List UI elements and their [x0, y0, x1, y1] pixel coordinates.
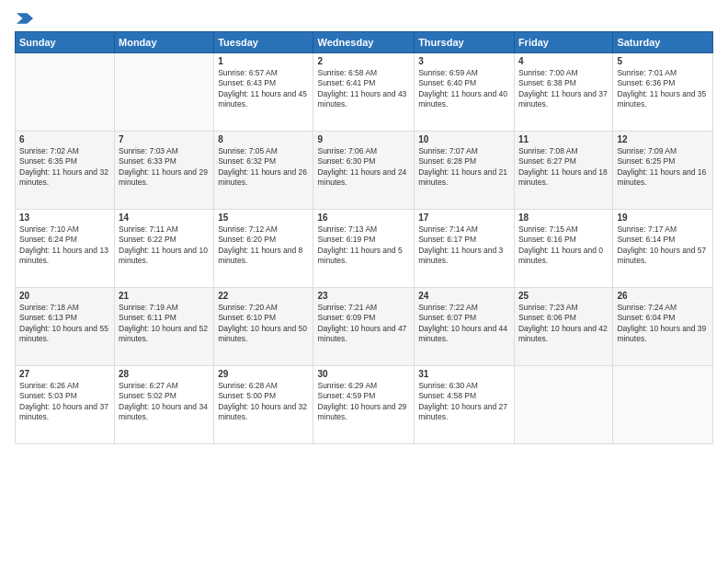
day-cell: 13Sunrise: 7:10 AMSunset: 6:24 PMDayligh…: [16, 210, 115, 288]
day-info: Sunrise: 7:07 AM: [418, 146, 510, 156]
day-info: Sunset: 4:58 PM: [418, 391, 510, 401]
day-number: 18: [518, 213, 609, 223]
day-info: Daylight: 11 hours and 35 minutes.: [617, 89, 709, 110]
col-header-tuesday: Tuesday: [214, 32, 313, 53]
day-info: Sunrise: 7:17 AM: [617, 224, 709, 235]
day-info: Sunrise: 7:06 AM: [317, 146, 410, 156]
day-info: Sunrise: 7:20 AM: [218, 303, 309, 313]
day-info: Daylight: 11 hours and 26 minutes.: [218, 167, 309, 189]
day-cell: 18Sunrise: 7:15 AMSunset: 6:16 PMDayligh…: [514, 210, 612, 288]
day-info: Sunrise: 7:23 AM: [518, 303, 609, 313]
day-info: Sunrise: 7:03 AM: [119, 146, 210, 156]
day-info: Sunset: 6:41 PM: [317, 78, 410, 88]
day-info: Daylight: 10 hours and 39 minutes.: [617, 324, 709, 345]
day-info: Daylight: 11 hours and 10 minutes.: [119, 246, 210, 267]
week-row-3: 20Sunrise: 7:18 AMSunset: 6:13 PMDayligh…: [16, 288, 713, 366]
day-info: Sunrise: 6:58 AM: [317, 68, 410, 78]
day-info: Sunrise: 7:19 AM: [119, 303, 210, 313]
day-number: 28: [119, 369, 210, 379]
day-info: Daylight: 11 hours and 8 minutes.: [218, 246, 309, 267]
day-cell: 29Sunrise: 6:28 AMSunset: 5:00 PMDayligh…: [214, 366, 313, 444]
day-info: Sunset: 5:00 PM: [218, 391, 309, 401]
day-info: Sunrise: 7:01 AM: [617, 68, 709, 78]
day-info: Sunset: 6:20 PM: [218, 235, 309, 245]
day-cell: 10Sunrise: 7:07 AMSunset: 6:28 PMDayligh…: [415, 132, 515, 210]
day-cell: 11Sunrise: 7:08 AMSunset: 6:27 PMDayligh…: [514, 132, 612, 210]
day-cell: [613, 366, 713, 444]
day-info: Daylight: 11 hours and 18 minutes.: [518, 167, 609, 189]
day-info: Sunset: 5:02 PM: [119, 391, 210, 401]
day-info: Sunrise: 7:24 AM: [617, 303, 709, 313]
day-info: Sunrise: 6:27 AM: [119, 381, 210, 391]
week-row-4: 27Sunrise: 6:26 AMSunset: 5:03 PMDayligh…: [16, 366, 713, 444]
day-info: Daylight: 10 hours and 52 minutes.: [119, 324, 210, 345]
day-info: Daylight: 10 hours and 57 minutes.: [617, 246, 709, 267]
day-cell: 9Sunrise: 7:06 AMSunset: 6:30 PMDaylight…: [313, 132, 415, 210]
logo-icon: [17, 13, 33, 24]
day-number: 15: [218, 213, 309, 223]
day-cell: 14Sunrise: 7:11 AMSunset: 6:22 PMDayligh…: [115, 210, 214, 288]
day-number: 8: [218, 134, 309, 144]
day-cell: 16Sunrise: 7:13 AMSunset: 6:19 PMDayligh…: [313, 210, 415, 288]
day-info: Sunset: 6:30 PM: [317, 156, 410, 167]
day-info: Sunrise: 7:13 AM: [317, 224, 410, 235]
day-number: 11: [518, 134, 609, 144]
day-info: Sunset: 6:16 PM: [518, 235, 609, 245]
day-info: Daylight: 10 hours and 44 minutes.: [418, 324, 510, 345]
day-info: Sunrise: 7:12 AM: [218, 224, 309, 235]
day-cell: 12Sunrise: 7:09 AMSunset: 6:25 PMDayligh…: [613, 132, 713, 210]
day-info: Sunset: 6:11 PM: [119, 313, 210, 323]
calendar-table: SundayMondayTuesdayWednesdayThursdayFrid…: [15, 31, 713, 444]
day-cell: [514, 366, 612, 444]
day-cell: 15Sunrise: 7:12 AMSunset: 6:20 PMDayligh…: [214, 210, 313, 288]
day-number: 21: [119, 291, 210, 301]
week-row-1: 6Sunrise: 7:02 AMSunset: 6:35 PMDaylight…: [16, 132, 713, 210]
day-number: 10: [418, 134, 510, 144]
day-info: Sunrise: 7:11 AM: [119, 224, 210, 235]
day-info: Sunrise: 7:21 AM: [317, 303, 410, 313]
day-cell: 26Sunrise: 7:24 AMSunset: 6:04 PMDayligh…: [613, 288, 713, 366]
day-number: 4: [518, 56, 609, 66]
col-header-friday: Friday: [514, 32, 612, 53]
day-number: 27: [19, 369, 110, 379]
day-info: Sunrise: 7:10 AM: [19, 224, 110, 235]
day-info: Sunrise: 7:15 AM: [518, 224, 609, 235]
day-cell: 2Sunrise: 6:58 AMSunset: 6:41 PMDaylight…: [313, 53, 415, 132]
day-info: Sunset: 4:59 PM: [317, 391, 410, 401]
day-cell: 28Sunrise: 6:27 AMSunset: 5:02 PMDayligh…: [115, 366, 214, 444]
day-number: 1: [218, 56, 309, 66]
day-cell: 4Sunrise: 7:00 AMSunset: 6:38 PMDaylight…: [514, 53, 612, 132]
day-info: Sunrise: 6:26 AM: [19, 381, 110, 391]
day-info: Daylight: 10 hours and 50 minutes.: [218, 324, 309, 345]
day-cell: 23Sunrise: 7:21 AMSunset: 6:09 PMDayligh…: [313, 288, 415, 366]
day-info: Sunset: 6:27 PM: [518, 156, 609, 167]
day-cell: 1Sunrise: 6:57 AMSunset: 6:43 PMDaylight…: [214, 53, 313, 132]
col-header-thursday: Thursday: [415, 32, 515, 53]
day-info: Sunset: 6:07 PM: [418, 313, 510, 323]
header-row: SundayMondayTuesdayWednesdayThursdayFrid…: [16, 32, 713, 53]
day-number: 12: [617, 134, 709, 144]
day-info: Sunset: 6:35 PM: [19, 156, 110, 167]
day-info: Daylight: 11 hours and 21 minutes.: [418, 167, 510, 189]
week-row-2: 13Sunrise: 7:10 AMSunset: 6:24 PMDayligh…: [16, 210, 713, 288]
day-cell: 8Sunrise: 7:05 AMSunset: 6:32 PMDaylight…: [214, 132, 313, 210]
day-info: Daylight: 11 hours and 0 minutes.: [518, 246, 609, 267]
day-info: Daylight: 11 hours and 37 minutes.: [518, 89, 609, 110]
col-header-saturday: Saturday: [613, 32, 713, 53]
day-info: Daylight: 11 hours and 40 minutes.: [418, 89, 510, 110]
day-info: Sunrise: 7:02 AM: [19, 146, 110, 156]
day-info: Daylight: 10 hours and 32 minutes.: [218, 402, 309, 423]
col-header-monday: Monday: [115, 32, 214, 53]
day-cell: 22Sunrise: 7:20 AMSunset: 6:10 PMDayligh…: [214, 288, 313, 366]
day-info: Daylight: 11 hours and 3 minutes.: [418, 246, 510, 267]
day-info: Daylight: 11 hours and 24 minutes.: [317, 167, 410, 189]
day-number: 17: [418, 213, 510, 223]
day-info: Daylight: 11 hours and 5 minutes.: [317, 246, 410, 267]
day-number: 9: [317, 134, 410, 144]
day-info: Sunset: 6:25 PM: [617, 156, 709, 167]
day-number: 25: [518, 291, 609, 301]
day-number: 26: [617, 291, 709, 301]
col-header-wednesday: Wednesday: [313, 32, 415, 53]
day-cell: 17Sunrise: 7:14 AMSunset: 6:17 PMDayligh…: [415, 210, 515, 288]
day-info: Daylight: 11 hours and 45 minutes.: [218, 89, 309, 110]
